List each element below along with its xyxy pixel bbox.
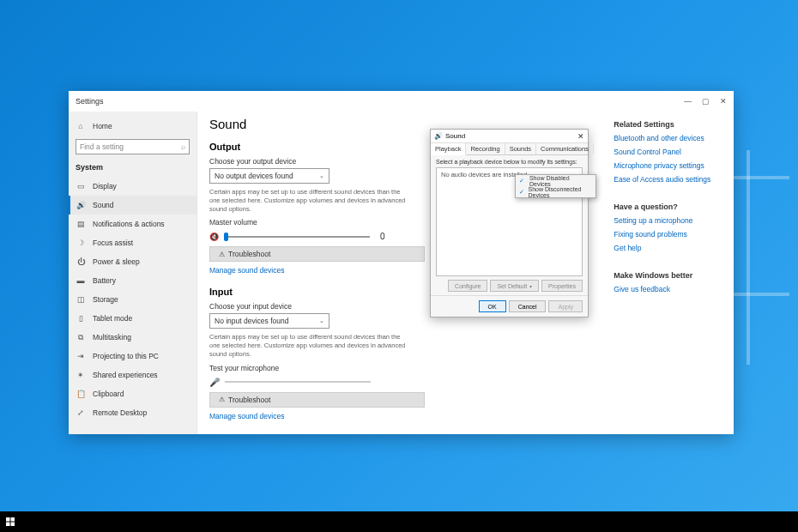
dialog-close-button[interactable]: ✕ [577, 132, 584, 141]
question-link[interactable]: Fixing sound problems [614, 230, 722, 239]
tab-recording[interactable]: Recording [466, 143, 505, 154]
shared-icon: ✶ [76, 371, 86, 379]
close-button[interactable]: ✕ [720, 97, 727, 106]
warning-icon: ⚠ [219, 251, 225, 258]
sidebar-item-label: Display [93, 182, 117, 190]
volume-mute-icon[interactable]: 🔇 [209, 233, 219, 241]
properties-button[interactable]: Properties [541, 280, 583, 292]
svg-rect-0 [6, 517, 10, 522]
speaker-icon: 🔊 [434, 132, 443, 140]
multitasking-icon: ⧉ [76, 333, 86, 342]
storage-icon: ◫ [76, 295, 86, 304]
feedback-link[interactable]: Give us feedback [614, 285, 722, 293]
btn-label: Set Default [497, 283, 527, 289]
start-button[interactable] [0, 511, 21, 532]
input-manage-link[interactable]: Manage sound devices [209, 412, 425, 420]
search-input[interactable]: Find a setting ⌕ [76, 139, 190, 154]
output-selected-value: No output devices found [215, 172, 293, 180]
output-device-select[interactable]: No output devices found ⌄ [209, 168, 329, 184]
main-content: Sound Output Choose your output device N… [209, 117, 425, 429]
sidebar-item-sound[interactable]: 🔊Sound [69, 196, 196, 215]
output-manage-link[interactable]: Manage sound devices [209, 266, 425, 275]
ctx-label: Show Disconnected Devices [529, 186, 592, 198]
input-device-select[interactable]: No input devices found ⌄ [209, 313, 329, 329]
right-panel: Related Settings Bluetooth and other dev… [614, 117, 722, 429]
sidebar-item-tablet[interactable]: ▯Tablet mode [69, 309, 196, 328]
svg-rect-1 [11, 517, 15, 522]
output-troubleshoot-button[interactable]: ⚠Troubleshoot [209, 246, 425, 262]
sidebar-item-focus[interactable]: ☽Focus assist [69, 233, 196, 252]
sidebar-item-label: Shared experiences [93, 371, 158, 379]
master-volume-label: Master volume [209, 218, 425, 227]
titlebar: Settings — ▢ ✕ [69, 91, 734, 112]
configure-button[interactable]: Configure [448, 280, 487, 292]
dialog-titlebar: 🔊 Sound ✕ [431, 130, 588, 143]
sidebar-item-clipboard[interactable]: 📋Clipboard [69, 384, 196, 403]
input-troubleshoot-button[interactable]: ⚠Troubleshoot [209, 392, 425, 408]
microphone-icon: 🎤 [209, 378, 220, 387]
sidebar-item-display[interactable]: ▭Display [69, 177, 196, 196]
related-link[interactable]: Sound Control Panel [614, 148, 722, 156]
ctx-show-disconnected[interactable]: ✓Show Disconnected Devices [516, 186, 595, 197]
input-description: Certain apps may be set up to use differ… [209, 333, 407, 358]
sidebar-item-battery[interactable]: ▬Battery [69, 271, 196, 290]
maximize-button[interactable]: ▢ [702, 97, 710, 106]
warning-icon: ⚠ [219, 396, 225, 403]
sidebar-item-multitasking[interactable]: ⧉Multitasking [69, 328, 196, 347]
master-volume-slider[interactable] [224, 236, 370, 238]
sidebar-item-projecting[interactable]: ⇥Projecting to this PC [69, 347, 196, 366]
related-link[interactable]: Microphone privacy settings [614, 161, 722, 170]
mic-level-bar [225, 381, 371, 383]
btn-label: Troubleshoot [228, 396, 270, 404]
taskbar[interactable] [0, 511, 798, 532]
sidebar-item-label: Clipboard [93, 390, 124, 398]
dropdown-arrow-icon: ▾ [529, 283, 532, 289]
test-mic-label: Test your microphone [209, 364, 425, 372]
settings-window: Settings — ▢ ✕ ⌂ Home Find a setting ⌕ S… [69, 91, 734, 434]
input-selected-value: No input devices found [215, 317, 288, 325]
tab-communications[interactable]: Communications [536, 143, 594, 154]
better-heading: Make Windows better [614, 271, 722, 280]
sidebar-item-label: Projecting to this PC [93, 352, 159, 360]
output-heading: Output [209, 142, 425, 152]
input-choose-label: Choose your input device [209, 302, 425, 311]
focus-icon: ☽ [76, 239, 86, 247]
dialog-instruction: Select a playback device below to modify… [436, 159, 583, 165]
projecting-icon: ⇥ [76, 352, 86, 360]
chevron-down-icon: ⌄ [319, 317, 324, 324]
clipboard-icon: 📋 [76, 390, 86, 398]
check-icon: ✓ [519, 189, 526, 196]
windows-icon [6, 517, 15, 526]
svg-rect-2 [6, 523, 10, 527]
minimize-button[interactable]: — [684, 97, 692, 106]
sidebar-item-label: Remote Desktop [93, 408, 147, 417]
input-heading: Input [209, 287, 425, 297]
dialog-title: Sound [445, 132, 577, 140]
related-link[interactable]: Ease of Access audio settings [614, 175, 722, 184]
tablet-icon: ▯ [76, 314, 86, 323]
ctx-show-disabled[interactable]: ✓Show Disabled Devices [516, 175, 595, 186]
notifications-icon: ▤ [76, 220, 86, 228]
related-link[interactable]: Bluetooth and other devices [614, 134, 722, 142]
question-link[interactable]: Setting up a microphone [614, 216, 722, 225]
ok-button[interactable]: OK [479, 300, 506, 312]
cancel-button[interactable]: Cancel [509, 300, 547, 312]
sidebar-item-power[interactable]: ⏻Power & sleep [69, 252, 196, 271]
sidebar-item-shared[interactable]: ✶Shared experiences [69, 366, 196, 384]
sidebar-item-remote[interactable]: ⤢Remote Desktop [69, 403, 196, 422]
question-heading: Have a question? [614, 203, 722, 211]
tab-playback[interactable]: Playback [431, 143, 466, 155]
home-icon: ⌂ [76, 122, 86, 130]
sidebar-item-label: Multitasking [93, 333, 131, 342]
question-link[interactable]: Get help [614, 244, 722, 252]
master-volume-value: 0 [380, 232, 385, 241]
tab-sounds[interactable]: Sounds [505, 143, 536, 154]
sidebar-item-storage[interactable]: ◫Storage [69, 290, 196, 309]
apply-button[interactable]: Apply [548, 300, 583, 312]
sidebar-home[interactable]: ⌂ Home [69, 117, 196, 136]
setdefault-button[interactable]: Set Default▾ [490, 280, 539, 292]
context-menu: ✓Show Disabled Devices ✓Show Disconnecte… [515, 174, 596, 198]
sidebar-item-label: Sound [93, 201, 114, 209]
svg-rect-3 [11, 523, 15, 527]
sidebar-item-notifications[interactable]: ▤Notifications & actions [69, 215, 196, 233]
